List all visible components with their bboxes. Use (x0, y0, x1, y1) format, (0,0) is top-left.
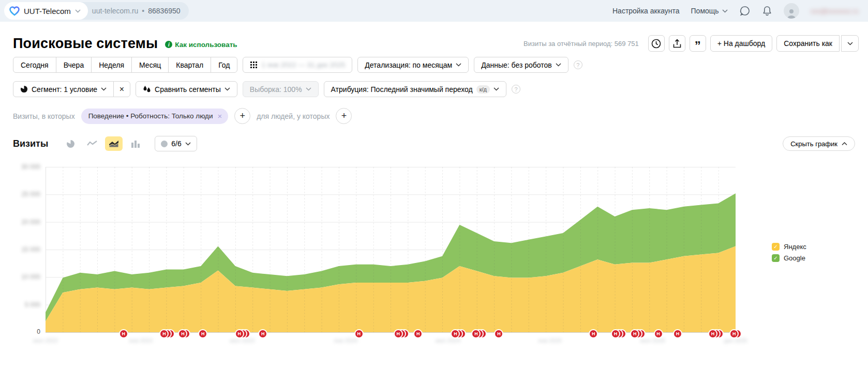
counter-switcher: UUT-Telecom uut-telecom.ru • 86836950 (4, 2, 189, 20)
counter-pill[interactable]: UUT-Telecom (4, 2, 88, 20)
sampling-dropdown[interactable]: Выборка: 100% (243, 81, 319, 97)
quick-range-1[interactable]: Сегодня (13, 57, 56, 73)
chevron-down-icon (556, 63, 561, 67)
dot-separator: • (142, 7, 144, 15)
y-tick-censored: 15 000 (10, 246, 40, 253)
chevron-down-icon (101, 87, 107, 91)
history-clock-button[interactable] (648, 35, 665, 52)
site-domain: uut-telecom.ru (92, 7, 138, 15)
x-tick-censored: янв 2023 (123, 337, 159, 344)
chart-type-columns-button[interactable] (127, 136, 144, 151)
segment-condition-chip[interactable]: Поведение • Роботность: Только люди × (81, 109, 229, 124)
counter-id: 86836950 (148, 7, 180, 15)
date-range-value: 1 янв 2022 — 31 дек 2025 (261, 61, 345, 69)
annotation-marker-letter: Н (673, 329, 682, 338)
calendar-grid-icon (250, 61, 258, 69)
comments-toggle-dropdown[interactable]: 6/6 (155, 136, 197, 151)
quick-range-6[interactable]: Год (211, 57, 237, 73)
chart-type-line-button[interactable] (83, 136, 101, 151)
chevron-up-icon (842, 142, 847, 146)
how-to-use-label: Как использовать (175, 41, 237, 49)
compare-drops-icon (143, 85, 151, 93)
save-as-button[interactable]: Сохранить как (776, 35, 840, 52)
sampling-label: Выборка: 100% (250, 85, 302, 94)
chat-icon[interactable] (739, 5, 751, 17)
annotation-marker-letter: Н (413, 329, 423, 338)
compare-segments-dropdown[interactable]: Сравнить сегменты (136, 81, 237, 97)
clock-icon (651, 39, 661, 49)
save-as-dropdown-button[interactable] (841, 35, 859, 52)
chevron-down-icon (225, 87, 230, 91)
add-visit-condition-button[interactable]: + (234, 108, 250, 124)
chart-plot[interactable] (46, 167, 736, 333)
chevron-down-icon (456, 63, 461, 67)
line-chart-icon (87, 140, 97, 147)
legend-label: Яндекс (784, 243, 806, 251)
quick-range-2[interactable]: Вчера (56, 57, 92, 73)
legend-item-google[interactable]: ✓Google (772, 254, 806, 262)
info-icon: i (165, 41, 172, 48)
metrica-logo-icon (9, 6, 20, 16)
chevron-down-icon (75, 9, 81, 13)
chevron-down-icon (847, 42, 853, 45)
detalization-label: Детализация: по месяцам (365, 61, 452, 69)
quick-range-group: СегодняВчераНеделяМесяцКварталГод (13, 57, 237, 73)
notifications-bell-icon[interactable] (762, 5, 772, 17)
annotation-marker-letter: Н (494, 329, 503, 338)
chart-type-stacked-area-button[interactable] (105, 136, 123, 151)
columns-chart-icon (131, 140, 140, 148)
segment-clear-button[interactable]: × (113, 81, 130, 97)
annotation-marker-letter: Н (611, 329, 620, 338)
compare-segments-label: Сравнить сегменты (155, 85, 221, 94)
add-people-condition-button[interactable]: + (336, 108, 352, 124)
visits-period-summary: Визиты за отчётный период: 569 751 (523, 40, 639, 48)
quick-range-3[interactable]: Неделя (91, 57, 132, 73)
annotation-marker-letter: Н (235, 329, 244, 338)
y-tick-censored: 10 000 (10, 273, 40, 281)
x-tick-censored: янв 2025 (532, 337, 568, 344)
chart-type-pie-button[interactable] (62, 136, 79, 151)
legend-checkbox-icon[interactable]: ✓ (772, 254, 780, 262)
hide-chart-button[interactable]: Скрыть график (783, 136, 855, 151)
y-tick-censored: 30 000 (10, 163, 40, 171)
counter-site-info: uut-telecom.ru • 86836950 (79, 2, 189, 20)
y-tick-zero: 0 (10, 328, 40, 335)
user-avatar[interactable] (784, 3, 799, 19)
chevron-down-icon (493, 87, 499, 91)
for-people-label: для людей, у которых (257, 112, 330, 120)
chart-title: Визиты (13, 138, 48, 149)
quick-range-4[interactable]: Месяц (131, 57, 169, 73)
help-label: Помощь (691, 7, 719, 15)
help-question-icon[interactable]: ? (574, 60, 582, 69)
help-question-icon[interactable]: ? (512, 85, 520, 94)
date-range-button[interactable]: 1 янв 2022 — 31 дек 2025 (243, 57, 352, 73)
attribution-dropdown[interactable]: Атрибуция: Последний значимый переход к/… (324, 81, 506, 97)
legend-item-яндекс[interactable]: ✓Яндекс (772, 243, 806, 251)
detalization-dropdown[interactable]: Детализация: по месяцам (357, 57, 469, 73)
account-settings-link[interactable]: Настройка аккаунта (612, 7, 680, 15)
data-mode-dropdown[interactable]: Данные: без роботов (474, 57, 568, 73)
pie-chart-icon (66, 140, 75, 148)
y-tick-censored: 5 000 (10, 301, 40, 308)
user-email[interactable]: xxx@xxxxxxx.ru (811, 7, 859, 15)
segment-dropdown[interactable]: Сегмент: 1 условие (13, 81, 114, 97)
segment-label: Сегмент: 1 условие (32, 85, 97, 94)
quick-range-5[interactable]: Квартал (168, 57, 211, 73)
add-to-dashboard-button[interactable]: + На дашборд (710, 35, 772, 52)
notes-button[interactable]: ” (690, 35, 706, 52)
attribution-label: Атрибуция: Последний значимый переход (331, 85, 473, 94)
annotation-marker-letter: Н (394, 329, 403, 338)
x-tick-censored: дек 2025 (717, 337, 754, 344)
visits-in-which-label: Визиты, в которых (13, 112, 75, 120)
y-tick-censored: 25 000 (10, 191, 40, 198)
export-button[interactable] (669, 35, 685, 52)
annotation-marker-letter: Н (354, 329, 364, 338)
how-to-use-link[interactable]: i Как использовать (165, 41, 237, 49)
hide-chart-label: Скрыть график (790, 140, 837, 148)
annotation-marker-letter: Н (198, 329, 207, 338)
quote-icon: ” (695, 43, 701, 49)
annotation-marker-letter: Н (589, 329, 598, 338)
chip-close-icon[interactable]: × (217, 112, 222, 120)
help-menu[interactable]: Помощь (691, 7, 728, 15)
legend-checkbox-icon[interactable]: ✓ (772, 243, 780, 251)
